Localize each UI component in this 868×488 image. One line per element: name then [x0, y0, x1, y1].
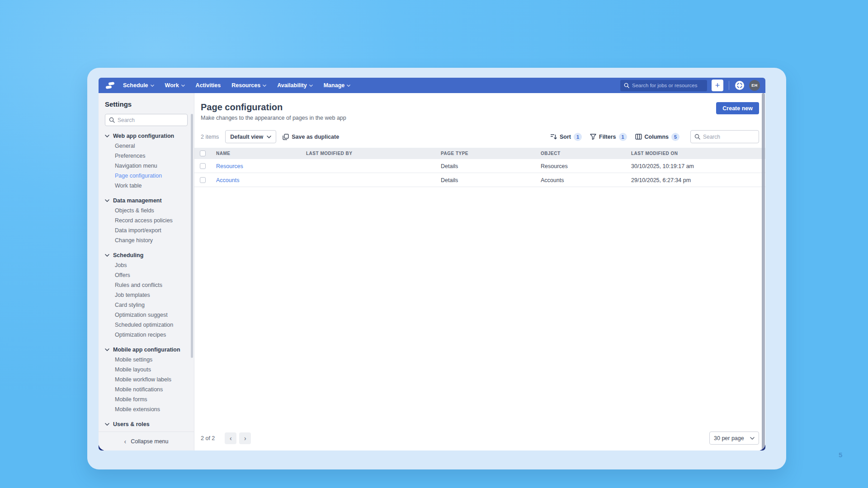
view-dropdown[interactable]: Default view [225, 130, 276, 143]
sidebar-item-data-import-export[interactable]: Data import/export [115, 225, 188, 235]
sidebar-search-field[interactable] [118, 117, 184, 123]
sidebar-item-mobile-settings[interactable]: Mobile settings [115, 355, 188, 365]
sidebar-section-label: Scheduling [113, 252, 143, 258]
global-search-input[interactable] [620, 80, 707, 91]
search-icon [694, 134, 700, 140]
sidebar-scrollbar[interactable] [191, 114, 193, 358]
sidebar-section-header[interactable]: Mobile app configuration [105, 347, 188, 353]
nav-item-availability[interactable]: Availability [277, 82, 313, 89]
sidebar-item-rules-and-conflicts[interactable]: Rules and conflicts [115, 280, 188, 290]
sidebar-item-record-access-policies[interactable]: Record access policies [115, 216, 188, 225]
sidebar-section-header[interactable]: Data management [105, 197, 188, 204]
sidebar-section-label: Web app configuration [113, 133, 174, 139]
sidebar-item-scheduled-optimization[interactable]: Scheduled optimization [115, 320, 188, 330]
top-navbar: ScheduleWorkActivitiesResourcesAvailabil… [99, 78, 765, 93]
sidebar-item-optimization-recipes[interactable]: Optimization recipes [115, 330, 188, 340]
table-search-field[interactable] [703, 134, 755, 140]
chevron-down-icon [309, 84, 313, 87]
previous-page-button[interactable]: ‹ [225, 432, 236, 444]
nav-item-label: Schedule [123, 82, 148, 89]
column-header-name[interactable]: NAME [216, 151, 306, 156]
table-row: ResourcesDetailsResources30/10/2025, 10:… [194, 159, 765, 173]
chevron-down-icon [181, 84, 185, 87]
nav-item-manage[interactable]: Manage [324, 82, 351, 89]
row-name-link[interactable]: Resources [216, 163, 243, 169]
sort-count-badge: 1 [574, 133, 582, 141]
user-avatar[interactable]: EH [749, 80, 760, 91]
main-scrollbar[interactable] [762, 93, 765, 450]
chevron-down-icon [105, 254, 109, 257]
row-last-modified-on: 30/10/2025, 10:19:17 am [631, 163, 694, 169]
select-all-checkbox[interactable] [200, 150, 206, 156]
column-header-page-type[interactable]: PAGE TYPE [441, 151, 541, 156]
sidebar-item-jobs[interactable]: Jobs [115, 260, 188, 270]
column-header-last-modified-by[interactable]: LAST MODIFIED BY [306, 151, 441, 156]
sort-label: Sort [560, 134, 571, 140]
sidebar-item-offers[interactable]: Offers [115, 270, 188, 280]
sort-button[interactable]: Sort 1 [550, 133, 582, 141]
row-checkbox[interactable] [200, 177, 206, 183]
nav-item-label: Availability [277, 82, 307, 89]
column-header-last-modified-on[interactable]: LAST MODIFIED ON [631, 151, 765, 156]
sidebar-item-work-table[interactable]: Work table [115, 181, 188, 191]
filters-label: Filters [599, 134, 616, 140]
browser-frame: ScheduleWorkActivitiesResourcesAvailabil… [87, 68, 786, 469]
chevron-down-icon [267, 136, 271, 138]
chevron-down-icon [105, 348, 109, 351]
sidebar-item-mobile-notifications[interactable]: Mobile notifications [115, 385, 188, 394]
duplicate-icon [283, 134, 289, 140]
filters-button[interactable]: Filters 1 [590, 133, 627, 141]
row-object: Accounts [541, 177, 564, 183]
create-new-button[interactable]: Create new [716, 102, 759, 114]
sidebar-item-job-templates[interactable]: Job templates [115, 290, 188, 300]
next-page-button[interactable]: › [239, 432, 251, 444]
page-configuration-table: NAMELAST MODIFIED BYPAGE TYPEOBJECTLAST … [194, 148, 765, 187]
sidebar-section-header[interactable]: Users & roles [105, 421, 188, 427]
sidebar-section: SchedulingJobsOffersRules and conflictsJ… [105, 252, 188, 340]
sidebar-item-card-styling[interactable]: Card styling [115, 300, 188, 310]
sidebar-section: Users & rolesUsersUser roles [105, 421, 188, 432]
save-as-duplicate-button[interactable]: Save as duplicate [283, 134, 339, 140]
table-row: AccountsDetailsAccounts29/10/2025, 6:27:… [194, 173, 765, 187]
nav-item-label: Resources [231, 82, 260, 89]
settings-sidebar: Settings Web app configurationGeneralPre… [99, 93, 194, 450]
columns-count-badge: 5 [671, 133, 679, 141]
sidebar-section: Web app configurationGeneralPreferencesN… [105, 133, 188, 191]
sidebar-item-mobile-forms[interactable]: Mobile forms [115, 394, 188, 404]
sidebar-item-mobile-workflow-labels[interactable]: Mobile workflow labels [115, 375, 188, 385]
sidebar-item-mobile-extensions[interactable]: Mobile extensions [115, 404, 188, 414]
row-checkbox[interactable] [200, 163, 206, 169]
per-page-select[interactable]: 30 per page [709, 432, 759, 445]
column-header-object[interactable]: OBJECT [541, 151, 631, 156]
page-configuration-panel: Page configuration Make changes to the a… [194, 93, 765, 450]
sidebar-item-preferences[interactable]: Preferences [115, 151, 188, 161]
chevron-down-icon [263, 84, 266, 87]
table-search[interactable] [690, 130, 759, 143]
sidebar-item-optimization-suggest[interactable]: Optimization suggest [115, 310, 188, 320]
items-count: 2 items [201, 134, 219, 140]
nav-item-activities[interactable]: Activities [196, 82, 221, 89]
sidebar-item-general[interactable]: General [115, 141, 188, 151]
sidebar-section-header[interactable]: Scheduling [105, 252, 188, 258]
skedulo-logo-icon[interactable] [105, 80, 116, 90]
sidebar-section-header[interactable]: Web app configuration [105, 133, 188, 139]
sidebar-item-objects-fields[interactable]: Objects & fields [115, 206, 188, 216]
columns-button[interactable]: Columns 5 [635, 133, 679, 141]
row-page-type: Details [441, 163, 458, 169]
row-name-link[interactable]: Accounts [216, 177, 239, 183]
sidebar-item-navigation-menu[interactable]: Navigation menu [115, 161, 188, 171]
global-create-button[interactable]: + [712, 80, 723, 91]
per-page-label: 30 per page [714, 435, 744, 441]
global-search-field[interactable] [632, 83, 703, 88]
sidebar-item-mobile-layouts[interactable]: Mobile layouts [115, 365, 188, 375]
nav-item-schedule[interactable]: Schedule [123, 82, 154, 89]
nav-item-work[interactable]: Work [165, 82, 185, 89]
sidebar-item-change-history[interactable]: Change history [115, 235, 188, 245]
sidebar-item-page-configuration[interactable]: Page configuration [115, 171, 188, 181]
filter-icon [590, 134, 596, 140]
nav-item-resources[interactable]: Resources [231, 82, 266, 89]
collapse-menu-label: Collapse menu [131, 438, 168, 445]
collapse-menu-button[interactable]: ‹ Collapse menu [99, 432, 194, 450]
help-icon[interactable] [735, 80, 745, 90]
sidebar-search[interactable] [105, 114, 188, 126]
